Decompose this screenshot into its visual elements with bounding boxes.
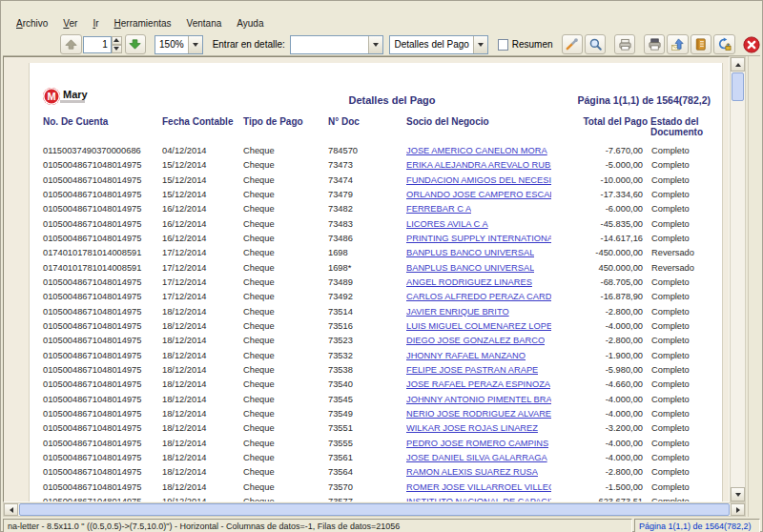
cell-status: Completo	[651, 175, 690, 185]
cell-total: -2.800,00	[549, 467, 643, 477]
previous-page-button[interactable]	[60, 34, 81, 54]
cell-total: -3.200,00	[549, 423, 643, 433]
cell-total: -4.000,00	[549, 321, 643, 331]
page-spinner	[112, 36, 122, 53]
cell-status: Completo	[651, 351, 690, 360]
scroll-up-button[interactable]	[731, 57, 745, 72]
next-page-button[interactable]	[125, 34, 146, 54]
partner-link[interactable]: BANPLUS BANCO UNIVERSAL	[406, 248, 534, 257]
spinner-down-button[interactable]	[112, 45, 122, 53]
partner-link[interactable]: BANPLUS BANCO UNIVERSAL	[406, 263, 534, 273]
close-preview-button[interactable]	[742, 34, 760, 55]
partner-link[interactable]: PEDRO JOSE ROMERO CAMPINS	[406, 439, 548, 448]
horizontal-scrollbar[interactable]	[3, 502, 746, 517]
cell-account: 01050048671048014975	[43, 423, 141, 433]
logo-m-icon: M	[43, 88, 60, 105]
drill-label: Entrar en detalle:	[213, 39, 285, 50]
spinner-down-icon	[113, 47, 119, 51]
cell-date: 17/12/2014	[162, 277, 207, 287]
page-number-input[interactable]	[83, 36, 112, 53]
close-icon	[743, 36, 760, 53]
horizontal-scroll-thumb[interactable]	[19, 503, 730, 516]
table-row: 0105004867104801497516/12/2014Cheque7348…	[30, 218, 722, 233]
cell-doc: 73551	[328, 423, 353, 433]
menu-ventana[interactable]: Ventana	[179, 15, 230, 31]
partner-link[interactable]: DIEGO JOSE GONZALEZ BARCO	[406, 336, 545, 345]
partner-link[interactable]: ANGEL RODRIGUEZ LINARES	[406, 277, 532, 287]
cell-date: 18/12/2014	[162, 409, 207, 419]
cell-status: Reversado	[651, 248, 694, 257]
cell-date: 18/12/2014	[162, 321, 207, 331]
partner-link[interactable]: ORLANDO JOSE CAMPERO ESCALONA	[406, 190, 551, 199]
cell-total: -68.705,00	[549, 277, 643, 287]
partner-link[interactable]: FUNDACION AMIGOS DEL NECESITADO	[406, 175, 551, 185]
partner-link[interactable]: CARLOS ALFREDO PERAZA CARDENAS	[406, 292, 551, 301]
drill-dropdown-arrow[interactable]	[368, 36, 382, 53]
table-row: 0105004867104801497519/12/2014Cheque7357…	[30, 496, 722, 502]
arrow-down-icon	[128, 37, 142, 51]
menu-archivo[interactable]: Archivo	[9, 15, 55, 31]
partner-link[interactable]: JHONNY RAFAEL MANZANO	[406, 351, 526, 360]
table-row: 0105004867104801497518/12/2014Cheque7355…	[30, 438, 722, 452]
partner-link[interactable]: PRINTING SUPPLY INTERNATIONAL C A	[406, 234, 551, 243]
refresh-data-button[interactable]	[713, 34, 734, 54]
tools-button[interactable]	[562, 34, 583, 54]
view-dropdown-arrow[interactable]	[473, 36, 487, 53]
partner-link[interactable]: RAMON ALEXIS SUAREZ RUSA	[406, 467, 538, 477]
partner-link[interactable]: ERIKA ALEJANDRA AREVALO RUBIO	[406, 160, 551, 170]
report-rows: 0115003749037000068604/12/2014Cheque7845…	[30, 145, 722, 502]
partner-link[interactable]: NERIO JOSE RODRIGUEZ ALVAREZ	[406, 409, 551, 419]
cell-status: Completo	[651, 277, 690, 287]
partner-link[interactable]: JOHNNY ANTONIO PIMENTEL BRACHO	[406, 395, 551, 404]
print-setup-button[interactable]	[644, 34, 665, 54]
partner-link[interactable]: ROMER JOSE VILLARROEL VILLEGAS	[406, 482, 551, 492]
cell-date: 18/12/2014	[162, 307, 207, 317]
menu-ayuda[interactable]: Ayuda	[229, 15, 271, 31]
partner-link[interactable]: FELIPE JOSE PASTRAN ARAPE	[406, 365, 538, 375]
partner-link[interactable]: JAVIER ENRIQUE BRITO	[406, 307, 509, 317]
cell-account: 01050048671048014975	[43, 351, 141, 360]
scroll-left-button[interactable]	[4, 503, 18, 516]
partner-link[interactable]: LICORES AVILA C A	[406, 219, 488, 229]
partner-link[interactable]: JOSE AMERICO CANELON MORA	[406, 146, 547, 155]
cell-total: -16.878,90	[549, 292, 643, 301]
vertical-scroll-thumb[interactable]	[732, 72, 744, 101]
table-row: 0105004867104801497518/12/2014Cheque7354…	[30, 394, 722, 408]
partner-link[interactable]: WILKAR JOSE ROJAS LINAREZ	[406, 423, 538, 433]
partner-link[interactable]: FERREBAR C A	[406, 204, 471, 214]
summary-checkbox[interactable]	[498, 39, 507, 51]
menu-ver[interactable]: Ver	[55, 15, 85, 31]
partner-link[interactable]: JOSE DANIEL SILVA GALARRAGA	[406, 453, 547, 462]
partner-link[interactable]: LUIS MIGUEL COLMENAREZ LOPEZ	[406, 321, 551, 331]
zoom-select[interactable]: 150%	[155, 35, 203, 54]
cell-status: Completo	[651, 307, 690, 317]
scroll-right-button[interactable]	[731, 503, 745, 516]
print-button[interactable]	[614, 34, 635, 54]
menu-ir[interactable]: Ir	[85, 15, 106, 31]
column-header-tipo: Tipo de Pago	[243, 116, 303, 127]
export-binder-button[interactable]	[691, 34, 711, 54]
column-header-doc: N° Doc	[328, 116, 360, 127]
spinner-up-button[interactable]	[112, 36, 122, 45]
cell-date: 18/12/2014	[162, 336, 207, 345]
search-button[interactable]	[585, 34, 606, 54]
scroll-left-icon	[10, 507, 13, 513]
summary-label: Resumen	[512, 39, 553, 50]
cell-doc: 73538	[328, 365, 353, 375]
cell-type: Cheque	[243, 336, 275, 345]
vertical-scrollbar[interactable]	[730, 56, 746, 502]
cell-date: 15/12/2014	[162, 175, 207, 185]
zoom-dropdown-arrow[interactable]	[188, 36, 202, 53]
send-button[interactable]	[667, 34, 688, 54]
cell-total: -1.500,00	[549, 482, 643, 492]
cell-total: -2.800,00	[549, 307, 643, 317]
menu-herramientas[interactable]: Herramientas	[107, 15, 179, 31]
scroll-down-button[interactable]	[731, 487, 745, 501]
cell-date: 04/12/2014	[162, 146, 207, 155]
cell-type: Cheque	[243, 467, 275, 477]
drill-select[interactable]	[290, 35, 384, 54]
cell-total: -4.000,00	[549, 395, 643, 404]
cell-type: Cheque	[243, 379, 275, 389]
view-select[interactable]: Detalles del Pago	[389, 35, 488, 54]
partner-link[interactable]: JOSE RAFAEL PERAZA ESPINOZA	[406, 379, 550, 389]
